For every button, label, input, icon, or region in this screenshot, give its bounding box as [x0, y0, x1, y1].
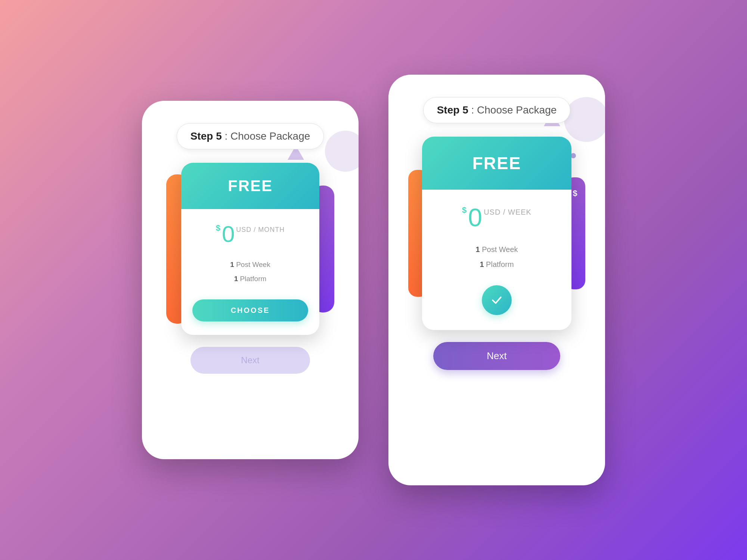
step-label-right: Step 5 : Choose Package [423, 97, 571, 123]
next-button-wrap: Next [153, 347, 347, 374]
card-title: FREE [189, 177, 312, 195]
step-label-container-right: Step 5 : Choose Package [400, 97, 594, 123]
right-phone: Step 5 : Choose Package FREE $ 0 USD / W… [388, 75, 605, 485]
step-label-container: Step 5 : Choose Package [153, 123, 347, 149]
card-body-right: $ 0 USD / WEEK 1 Post Week 1 Platform [422, 190, 571, 330]
free-card-right: FREE $ 0 USD / WEEK 1 Post Week 1 Platfo… [422, 137, 571, 330]
feature-item: 1 Post Week [192, 258, 308, 272]
price-symbol: $ [216, 224, 220, 232]
feature-item: 1 Platform [192, 272, 308, 286]
card-header-right: FREE [422, 137, 571, 190]
purple-peek-dollar: $ [573, 189, 577, 198]
feature-item-right: 1 Post Week [436, 242, 558, 257]
price-amount: 0 [222, 223, 235, 246]
next-button: Next [190, 347, 310, 374]
step-label: Step 5 : Choose Package [177, 123, 324, 149]
price-row: $ 0 USD / MONTH [192, 223, 308, 246]
feature-item-right: 1 Platform [436, 257, 558, 272]
next-button-wrap-right: Next [400, 342, 594, 370]
step-text: : Choose Package [222, 130, 310, 142]
price-period-right: USD / WEEK [484, 208, 531, 216]
cards-strip: FREE $ 0 USD / MONTH 1 Post Week 1 Platf… [153, 163, 347, 335]
choose-button[interactable]: CHOOSE [192, 299, 308, 321]
price-symbol-right: $ [462, 206, 467, 214]
price-amount-right: 0 [468, 205, 482, 230]
card-body: $ 0 USD / MONTH 1 Post Week 1 Platform C… [181, 209, 319, 335]
price-period: USD / MONTH [236, 226, 285, 233]
next-button-right[interactable]: Next [433, 342, 560, 370]
features-list: 1 Post Week 1 Platform [192, 258, 308, 286]
card-header: FREE [181, 163, 319, 209]
checkmark-icon [490, 293, 504, 307]
selected-check[interactable] [482, 285, 512, 315]
step-number: Step 5 [190, 130, 222, 142]
step-number-right: Step 5 [437, 104, 468, 116]
free-card: FREE $ 0 USD / MONTH 1 Post Week 1 Platf… [181, 163, 319, 335]
features-list-right: 1 Post Week 1 Platform [436, 242, 558, 272]
price-row-right: $ 0 USD / WEEK [436, 205, 558, 230]
cards-strip-right: FREE $ 0 USD / WEEK 1 Post Week 1 Platfo… [400, 137, 594, 330]
left-phone: Step 5 : Choose Package FREE $ 0 USD / M… [142, 101, 359, 459]
step-text-right: : Choose Package [468, 104, 557, 116]
card-title-right: FREE [430, 153, 564, 173]
